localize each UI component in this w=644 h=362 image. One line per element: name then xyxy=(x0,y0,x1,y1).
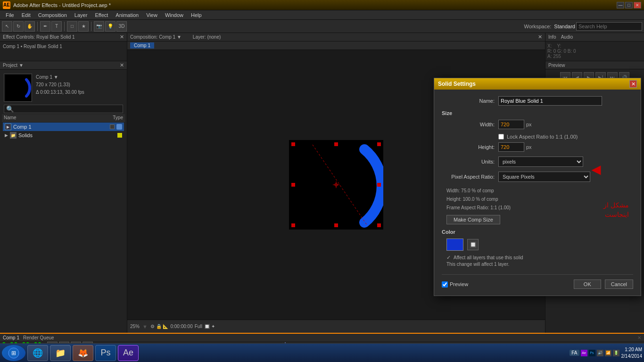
timeline-close[interactable]: ✕ xyxy=(637,335,641,340)
solids-label: Solids xyxy=(18,132,116,138)
close-button[interactable]: ✕ xyxy=(634,2,641,8)
menu-view[interactable]: View xyxy=(142,11,161,19)
viewer-quality[interactable]: Full xyxy=(195,324,202,329)
height-row: Height: px xyxy=(442,142,633,152)
composition-canvas xyxy=(289,140,383,230)
menu-animation[interactable]: Animation xyxy=(112,11,142,19)
effect-controls-title: Effect Controls: Royal Blue Solid 1 xyxy=(3,34,75,40)
taskbar-explorer[interactable]: 📁 xyxy=(50,345,71,361)
project-items: ▶ Comp 1 ▶ 📁 Solids xyxy=(2,122,125,140)
dialog-close-button[interactable]: ✕ xyxy=(629,80,637,88)
menu-composition[interactable]: Composition xyxy=(34,11,71,19)
tray-icon-3: 🔊 xyxy=(597,350,603,356)
tool-selection[interactable]: ↖ xyxy=(2,21,12,32)
pixel-aspect-select[interactable]: Square Pixels D1/DV NTSC (0.91) D1/DV PA… xyxy=(498,172,590,182)
right-panel-header: Info Audio xyxy=(545,33,644,41)
tool-pen[interactable]: ✒ xyxy=(40,21,50,32)
preview-label: Preview xyxy=(450,281,468,287)
menu-file[interactable]: File xyxy=(2,11,18,19)
viewer-icons: ⚙ 🔒 📐 xyxy=(150,324,169,329)
tool-shape-rect[interactable]: □ xyxy=(67,21,77,32)
project-item-comp1[interactable]: ▶ Comp 1 xyxy=(3,123,124,131)
comp-icon: ▶ xyxy=(5,123,11,130)
units-label: Units: xyxy=(442,159,498,165)
pixel-aspect-row: Pixel Aspect Ratio: Square Pixels D1/DV … xyxy=(442,172,633,182)
timeline-render-tab[interactable]: Render Queue xyxy=(23,335,54,340)
menu-effect[interactable]: Effect xyxy=(91,11,112,19)
left-panels: Effect Controls: Royal Blue Solid 1 ✕ Co… xyxy=(0,33,127,333)
project-panel: Project ▼ ✕ Comp 1 ▼ 720 x 720 (1.33) Δ … xyxy=(0,61,127,333)
width-input[interactable] xyxy=(498,120,524,129)
ok-button[interactable]: OK xyxy=(574,280,601,289)
lock-aspect-checkbox[interactable] xyxy=(498,134,504,140)
make-comp-size-button[interactable]: Make Comp Size xyxy=(446,215,500,224)
change-text: This change will affect 1 layer. xyxy=(442,262,633,267)
project-table-header: Name Type xyxy=(2,114,125,122)
workspace-value: Standard xyxy=(554,24,575,29)
search-input[interactable] xyxy=(576,22,642,31)
folder-icon: 📁 xyxy=(10,132,17,139)
preview-checkbox[interactable] xyxy=(442,281,448,288)
width-unit: px xyxy=(526,122,532,127)
taskbar-ie[interactable]: 🌐 xyxy=(27,345,48,361)
eyedropper-button[interactable]: 🔲 xyxy=(467,239,479,250)
timeline-header: Comp 1 Render Queue ✕ xyxy=(0,334,644,342)
start-button[interactable]: ⊞ xyxy=(2,345,25,361)
title-bar-controls[interactable]: — □ ✕ xyxy=(617,2,641,8)
menu-help[interactable]: Help xyxy=(187,11,206,19)
tool-rotate[interactable]: ↻ xyxy=(13,21,24,32)
timecode-display: 0:00:00:00 xyxy=(170,324,192,329)
comp1-type-icon xyxy=(116,124,122,130)
viewer-close[interactable]: ✕ xyxy=(538,34,542,40)
zoom-display[interactable]: 25% xyxy=(130,324,140,329)
height-input[interactable] xyxy=(498,142,524,152)
viewer-controls: 25% ▼ ⚙ 🔒 📐 0:00:00:00 Full 🔲 ✦ xyxy=(127,320,545,333)
color-swatch[interactable] xyxy=(446,239,463,251)
tray-ae-icon: Ae xyxy=(581,350,587,356)
height-unit: px xyxy=(526,144,532,150)
timeline-comp-tab[interactable]: Comp 1 xyxy=(3,335,19,340)
dialog-title-bar[interactable]: Solid Settings ✕ xyxy=(434,78,641,90)
menu-layer[interactable]: Layer xyxy=(71,11,91,19)
color-title: Color xyxy=(442,229,633,235)
tool-text[interactable]: T xyxy=(51,21,62,32)
toolbar: ↖ ↻ ✋ ✒ T □ ★ 📷 💡 3D Workspace: Standard xyxy=(0,20,644,33)
taskbar-aftereffects[interactable]: Ae xyxy=(118,345,139,361)
lock-aspect-label: Lock Aspect Ratio to 1:1 (1.00) xyxy=(507,134,578,140)
lock-aspect-row: Lock Aspect Ratio to 1:1 (1.00) xyxy=(498,134,633,140)
menu-edit[interactable]: Edit xyxy=(18,11,34,19)
system-clock[interactable]: 1:20 AM 2/14/2014 xyxy=(621,346,643,360)
taskbar-firefox[interactable]: 🦊 xyxy=(73,345,93,361)
project-close[interactable]: ✕ xyxy=(120,62,124,68)
footer-buttons: OK Cancel xyxy=(574,280,633,289)
effect-controls-close[interactable]: ✕ xyxy=(120,34,124,40)
tool-light[interactable]: 💡 xyxy=(105,21,116,32)
project-search-input[interactable] xyxy=(4,105,123,113)
viewer-extra-btns: 🔲 ✦ xyxy=(204,324,215,329)
units-row: Units: pixels inches mm xyxy=(442,156,633,167)
name-input[interactable] xyxy=(498,96,602,106)
comp-preview: Comp 1 ▼ 720 x 720 (1.33) Δ 0:00:13:13, … xyxy=(2,72,125,104)
affect-label: Affect all layers that use this solid xyxy=(454,255,523,260)
cancel-button[interactable]: Cancel xyxy=(605,280,633,289)
dialog-footer: Preview OK Cancel xyxy=(442,274,633,289)
folder-arrow: ▶ xyxy=(5,133,8,138)
width-label: Width: xyxy=(442,122,498,127)
taskbar-photoshop[interactable]: Ps xyxy=(95,345,116,361)
maximize-button[interactable]: □ xyxy=(625,2,633,8)
units-select[interactable]: pixels inches mm xyxy=(498,156,583,167)
tool-camera[interactable]: 📷 xyxy=(94,21,104,32)
project-item-solids[interactable]: ▶ 📁 Solids xyxy=(3,131,124,140)
title-bar-left: AE Adobe After Effects - Untitled Projec… xyxy=(3,1,111,9)
viewer-tab[interactable]: Comp 1 xyxy=(130,42,154,49)
tool-shape-star[interactable]: ★ xyxy=(78,21,89,32)
preview-check: Preview xyxy=(442,281,468,288)
solids-color xyxy=(117,133,122,138)
title-bar-text: Adobe After Effects - Untitled Project.a… xyxy=(13,2,111,8)
title-bar: AE Adobe After Effects - Untitled Projec… xyxy=(0,0,644,10)
tool-3d[interactable]: 3D xyxy=(116,21,127,32)
project-content: Comp 1 ▼ 720 x 720 (1.33) Δ 0:00:13:13, … xyxy=(0,70,127,333)
tool-pan[interactable]: ✋ xyxy=(25,21,35,32)
minimize-button[interactable]: — xyxy=(617,2,624,8)
menu-window[interactable]: Window xyxy=(161,11,187,19)
